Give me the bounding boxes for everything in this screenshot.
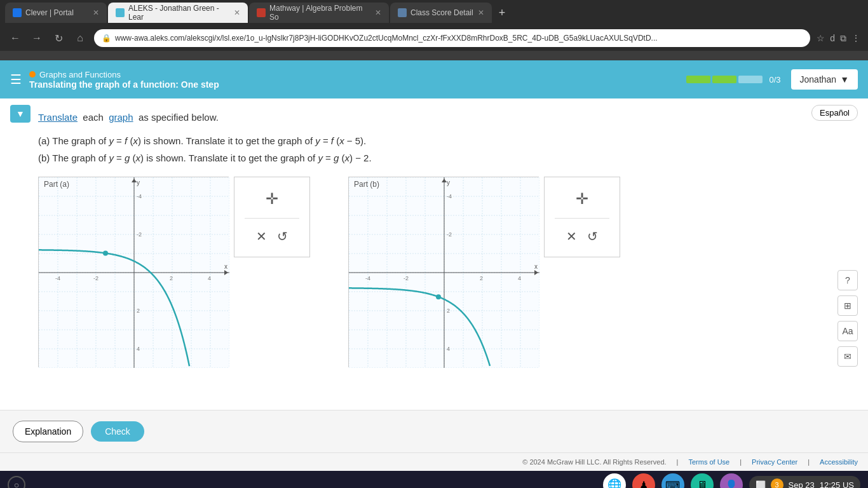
main-content: ▼ Español Translate each graph as specif… [0,98,868,410]
undo-tool-a[interactable]: ↺ [277,229,288,244]
graph-a-canvas[interactable] [39,177,229,368]
chrome-app[interactable]: 🌐 [603,473,626,488]
calculator-button[interactable]: ⊞ [837,295,858,316]
tab-sis-close[interactable]: ✕ [478,8,484,17]
check-button[interactable]: Check [91,421,144,442]
tab-mathway[interactable]: Mathway | Algebra Problem So ✕ [249,3,389,23]
extensions-icon[interactable]: ⧉ [840,33,846,44]
taskbar-circle[interactable]: ○ [8,476,25,488]
tool-divider-b [555,218,609,219]
app-red[interactable]: ♟ [632,473,655,488]
graph-b-label: Part (b) [354,180,379,189]
copyright-text: © 2024 McGraw Hill LLC. All Rights Reser… [522,458,666,466]
problem-text: Translate each graph as specified below.… [38,109,836,166]
header-lesson: Translating the graph of a function: One… [29,79,686,90]
refresh-button[interactable]: ↻ [51,32,66,44]
collapse-button[interactable]: ▼ [10,105,31,123]
browser-chrome: Clever | Portal ✕ ALEKS - Jonathan Green… [0,0,868,60]
footer-area: Explanation Check [0,410,868,452]
url-text: www-awa.aleks.com/alekscgi/x/lsl.exe/1o_… [115,34,658,43]
close-tool-a[interactable]: ✕ [256,229,267,244]
copyright-bar: © 2024 McGraw Hill LLC. All Rights Reser… [0,452,868,471]
font-button[interactable]: Aa [837,321,858,341]
tab-mathway-close[interactable]: ✕ [375,8,381,17]
taskbar-time: 12:25 US [820,480,854,489]
address-bar: ← → ↻ ⌂ 🔒 www-awa.aleks.com/alekscgi/x/l… [0,25,868,51]
taskbar-notification[interactable]: ⬜ 3 Sep 23 12:25 US [749,476,860,488]
progress-seg-2 [712,76,736,83]
tab-sis-label: Class Score Detail [410,8,473,17]
app-teal[interactable]: 🖥 [691,473,714,488]
header-title-block: Graphs and Functions Translating the gra… [29,70,686,90]
tool-row-b: ✕ ↺ [566,229,598,244]
tab-bar: Clever | Portal ✕ ALEKS - Jonathan Green… [0,0,868,25]
side-toolbar: ? ⊞ Aa ✉ [837,270,858,367]
back-button[interactable]: ← [8,32,23,44]
terms-link[interactable]: Terms of Use [688,458,729,466]
explanation-button[interactable]: Explanation [13,421,83,442]
graph-a-label: Part (a) [44,180,69,189]
progress-text: 0/3 [769,75,780,85]
clever-favicon [13,8,22,17]
taskbar: ○ 🌐 ♟ ⌨ 🖥 👤 ⬜ 3 Sep 23 12:25 US [0,471,868,488]
espanol-button[interactable]: Español [811,105,858,121]
progress-seg-3 [738,76,763,83]
hamburger-menu[interactable]: ☰ [10,72,22,87]
tool-divider-a [245,218,299,219]
tab-mathway-label: Mathway | Algebra Problem So [269,4,371,22]
translate-link[interactable]: Translate [38,112,78,123]
secure-icon: 🔒 [102,34,111,43]
aleks-favicon [116,8,125,17]
menu-icon[interactable]: ⋮ [851,33,860,43]
privacy-link[interactable]: Privacy Center [752,458,797,466]
graph-b-canvas[interactable] [349,177,539,368]
tab-aleks-close[interactable]: ✕ [234,8,240,17]
tab-aleks[interactable]: ALEKS - Jonathan Green - Lear ✕ [108,3,248,23]
divider-2: | [740,458,742,466]
mail-button[interactable]: ✉ [837,346,858,367]
bookmark-icon[interactable]: ☆ [817,33,825,43]
app-blue[interactable]: ⌨ [661,473,684,488]
new-tab-button[interactable]: + [493,4,511,22]
taskbar-date: Sep 23 [789,480,815,489]
graph-b-wrapper: Part (b) ✛ ✕ ↺ [348,177,620,367]
close-tool-b[interactable]: ✕ [566,229,577,244]
progress-bar [686,76,763,83]
profile-icon[interactable]: d [830,33,835,43]
app-purple[interactable]: 👤 [720,473,743,488]
undo-tool-b[interactable]: ↺ [587,229,598,244]
tool-row-a: ✕ ↺ [256,229,288,244]
header-category: Graphs and Functions [29,70,686,79]
tab-clever-close[interactable]: ✕ [93,8,99,17]
orange-dot [29,71,36,78]
header-progress: 0/3 [686,75,780,85]
tab-clever[interactable]: Clever | Portal ✕ [5,3,107,23]
home-button[interactable]: ⌂ [72,32,88,44]
jonathan-chevron: ▼ [840,74,849,85]
move-tool-b[interactable]: ✛ [576,190,588,208]
graphs-row: Part (a) ✛ ✕ ↺ Part (b) [38,177,836,367]
tab-sis[interactable]: Class Score Detail ✕ [390,3,492,23]
accessibility-link[interactable]: Accessibility [820,458,858,466]
graph-a-panel: Part (a) [38,177,229,367]
sis-favicon [398,8,407,17]
taskbar-right: 🌐 ♟ ⌨ 🖥 👤 ⬜ 3 Sep 23 12:25 US [603,473,860,488]
notif-toggle: ⬜ [756,480,766,489]
aleks-header: ☰ Graphs and Functions Translating the g… [0,60,868,98]
move-tool-a[interactable]: ✛ [266,190,278,208]
jonathan-button[interactable]: Jonathan ▼ [791,69,858,90]
jonathan-name: Jonathan [800,74,837,85]
address-bar-actions: ☆ d ⧉ ⋮ [817,33,860,44]
category-text: Graphs and Functions [39,70,121,79]
help-button[interactable]: ? [837,270,858,290]
progress-seg-1 [686,76,710,83]
tool-panel-b: ✛ ✕ ↺ [544,177,620,257]
divider-1: | [677,458,679,466]
graph-link[interactable]: graph [109,112,133,123]
url-bar[interactable]: 🔒 www-awa.aleks.com/alekscgi/x/lsl.exe/1… [94,29,810,47]
forward-button[interactable]: → [29,32,44,44]
tab-clever-label: Clever | Portal [25,8,74,17]
problem-area: Translate each graph as specified below.… [0,98,868,377]
divider-3: | [808,458,810,466]
mathway-favicon [257,8,266,17]
